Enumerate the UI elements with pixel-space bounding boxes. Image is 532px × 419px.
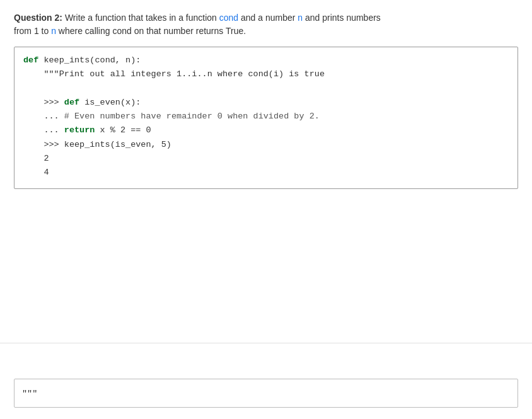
- question-title: Question 2: Write a function that takes …: [14, 11, 518, 38]
- answer-value: """: [22, 389, 37, 398]
- code-line-4: >>> def is_even(x):: [23, 96, 509, 110]
- line2-where: where: [56, 26, 83, 36]
- n-highlight-1: n: [298, 13, 303, 23]
- code-line-3: [23, 82, 509, 96]
- code-line-7: >>> keep_ints(is_even, 5): [23, 138, 509, 152]
- code-line-9: 4: [23, 166, 509, 180]
- code-block: def keep_ints(cond, n): """Print out all…: [14, 47, 518, 189]
- line2-before: from 1 to: [14, 26, 51, 36]
- line2-after: calling cond on that number returns True…: [83, 26, 246, 36]
- question-description-before: Write a function that takes in a functio…: [62, 13, 219, 23]
- page-divider: [0, 343, 532, 343]
- code-line-8: 2: [23, 152, 509, 166]
- page-container: Question 2: Write a function that takes …: [0, 0, 532, 189]
- n-highlight-2: n: [51, 26, 56, 36]
- question-description-middle: and a number: [238, 13, 298, 23]
- question-description-after: and prints numbers: [303, 13, 381, 23]
- code-line-1: def keep_ints(cond, n):: [23, 54, 509, 67]
- code-line-6: ... return x % 2 == 0: [23, 123, 509, 137]
- question-label: Question 2:: [14, 13, 62, 23]
- code-line-2: """Print out all integers 1..i..n where …: [23, 67, 509, 81]
- cond-highlight-1: cond: [219, 13, 238, 23]
- answer-box[interactable]: """: [14, 379, 518, 408]
- code-line-5: ... # Even numbers have remainder 0 when…: [23, 110, 509, 123]
